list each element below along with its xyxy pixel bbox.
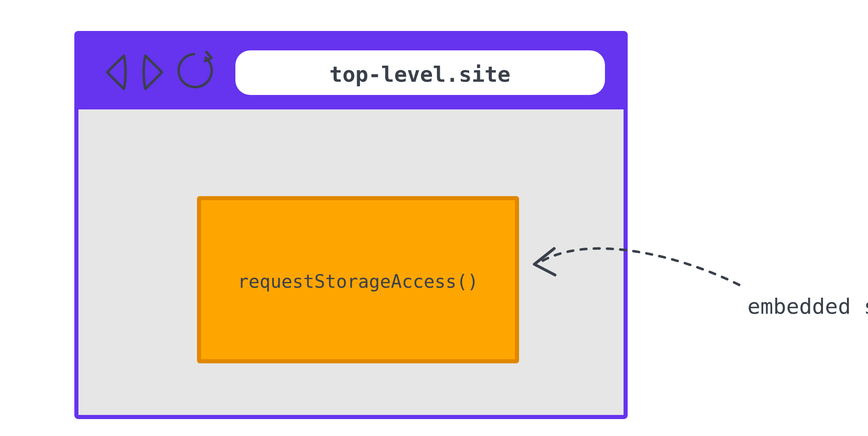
address-bar-text: top-level.site (330, 62, 510, 87)
annotation-label: embedded site (747, 294, 868, 319)
iframe-code: requestStorageAccess() (238, 271, 479, 292)
diagram-canvas: top-level.site requestStorageAccess() em… (0, 0, 868, 436)
